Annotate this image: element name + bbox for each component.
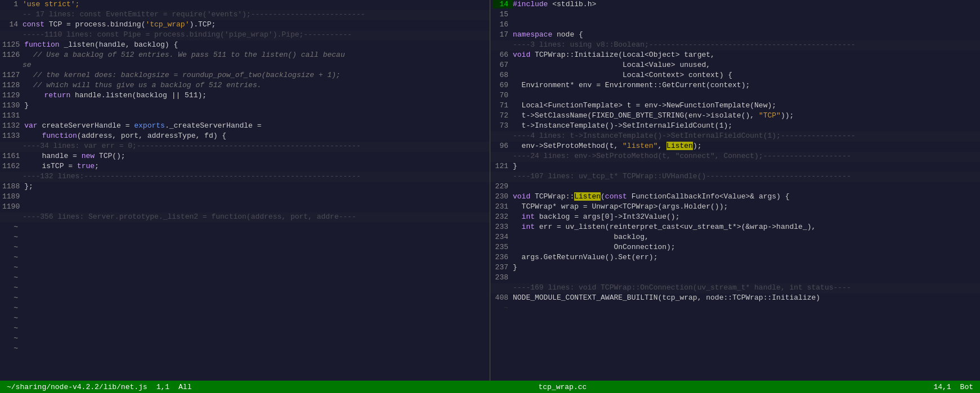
- tilde-line: ~: [0, 273, 490, 283]
- code-line: 1130 }: [0, 101, 490, 111]
- code-line: 96 env->SetProtoMethod(t, "listen", List…: [490, 142, 980, 152]
- code-line: 1188 };: [0, 182, 490, 192]
- code-line: 1133 function(address, port, addressType…: [0, 132, 490, 142]
- tilde-line: ~: [0, 263, 490, 273]
- editor-container: 1 'use strict'; -- 17 lines: const Event…: [0, 0, 980, 381]
- code-line: 234 backlog,: [490, 233, 980, 243]
- code-line: 238: [490, 273, 980, 283]
- tilde-line: ~: [0, 243, 490, 253]
- tilde-line: ~: [0, 253, 490, 263]
- code-line: 237 }: [490, 263, 980, 273]
- tilde-line: ~: [0, 314, 490, 324]
- code-line: 1132 var createServerHandle = exports._c…: [0, 121, 490, 132]
- fold-line: ----3 lines: using v8::Boolean;---------…: [490, 40, 980, 51]
- code-line: se: [0, 61, 490, 71]
- right-status-scroll: Bot: [956, 383, 978, 391]
- code-line: 236 args.GetReturnValue().Set(err);: [490, 253, 980, 263]
- code-line: 121 }: [490, 162, 980, 172]
- tilde-line: ~: [0, 223, 490, 233]
- tilde-line: ~: [490, 304, 980, 314]
- right-status-pos: 14,1: [929, 383, 955, 391]
- code-line: 15: [490, 10, 980, 20]
- code-line: 1161 handle = new TCP();: [0, 152, 490, 162]
- tilde-line: ~: [0, 293, 490, 304]
- code-line: 71 Local<FunctionTemplate> t = env->NewF…: [490, 101, 980, 111]
- code-line: 73 t->InstanceTemplate()->SetInternalFie…: [490, 121, 980, 132]
- fold-line: ----4 lines: t->InstanceTemplate()->SetI…: [490, 132, 980, 142]
- fold-line: ----132 lines:--------------------------…: [0, 172, 490, 182]
- code-line: 1162 isTCP = true;: [0, 162, 490, 172]
- code-line: 68 Local<Context> context) {: [490, 71, 980, 81]
- code-line: 232 int backlog = args[0]->Int32Value();: [490, 213, 980, 223]
- code-line: 69 Environment* env = Environment::GetCu…: [490, 81, 980, 91]
- tilde-line: ~: [0, 344, 490, 354]
- code-line: 229: [490, 182, 980, 192]
- left-status-file: ~/sharing/node-v4.2.2/lib/net.js: [2, 383, 152, 391]
- code-line: 1125 function _listen(handle, backlog) {: [0, 40, 490, 51]
- code-line: 1 'use strict';: [0, 0, 490, 10]
- fold-line: ----169 lines: void TCPWrap::OnConnectio…: [490, 283, 980, 293]
- tilde-line: ~: [0, 233, 490, 243]
- fold-line: ----356 lines: Server.prototype._listen2…: [0, 213, 490, 223]
- code-line: 1127 // the kernel does: backlogsize = r…: [0, 71, 490, 81]
- right-code-area[interactable]: 14 #include <stdlib.h> 15 16 17 namespac…: [490, 0, 980, 381]
- status-bar: ~/sharing/node-v4.2.2/lib/net.js 1,1 All…: [0, 381, 980, 393]
- code-line: 1128 // which will thus give us a backlo…: [0, 81, 490, 91]
- right-pane: 14 #include <stdlib.h> 15 16 17 namespac…: [490, 0, 980, 381]
- code-line: 67 Local<Value> unused,: [490, 61, 980, 71]
- left-status-pos: 1,1: [152, 383, 174, 391]
- tilde-line: ~: [0, 334, 490, 344]
- code-line: 70: [490, 91, 980, 101]
- left-status-scroll: All: [174, 383, 196, 391]
- code-line: 17 namespace node {: [490, 30, 980, 40]
- fold-line: ----34 lines: var err = 0;--------------…: [0, 142, 490, 152]
- fold-line: -----1110 lines: const Pipe = process.bi…: [0, 30, 490, 40]
- left-pane: 1 'use strict'; -- 17 lines: const Event…: [0, 0, 490, 381]
- code-line: 66 void TCPWrap::Initialize(Local<Object…: [490, 51, 980, 61]
- code-line: 1190: [0, 202, 490, 213]
- code-line: 1189: [0, 192, 490, 202]
- code-line: 230 void TCPWrap::Listen(const FunctionC…: [490, 192, 980, 202]
- left-code-area[interactable]: 1 'use strict'; -- 17 lines: const Event…: [0, 0, 490, 381]
- code-line: 16: [490, 20, 980, 30]
- fold-line: -- 17 lines: const EventEmitter = requir…: [0, 10, 490, 20]
- code-line: 408 NODE_MODULE_CONTEXT_AWARE_BUILTIN(tc…: [490, 293, 980, 304]
- tilde-line: ~: [0, 283, 490, 293]
- code-line: 1129 return handle.listen(backlog || 511…: [0, 91, 490, 101]
- fold-line: ----107 lines: uv_tcp_t* TCPWrap::UVHand…: [490, 172, 980, 182]
- right-status-file: tcp_wrap.cc: [534, 383, 592, 391]
- tilde-line: ~: [0, 304, 490, 314]
- tilde-line: ~: [0, 324, 490, 334]
- code-line: 233 int err = uv_listen(reinterpret_cast…: [490, 223, 980, 233]
- code-line: 14 #include <stdlib.h>: [490, 0, 980, 10]
- fold-line: ----24 lines: env->SetProtoMethod(t, "co…: [490, 152, 980, 162]
- code-line: 1126 // Use a backlog of 512 entries. We…: [0, 51, 490, 61]
- code-line: 72 t->SetClassName(FIXED_ONE_BYTE_STRING…: [490, 111, 980, 121]
- code-line: 1131: [0, 111, 490, 121]
- code-line: 231 TCPWrap* wrap = Unwrap<TCPWrap>(args…: [490, 202, 980, 213]
- code-line: 235 OnConnection);: [490, 243, 980, 253]
- code-line: 14 const TCP = process.binding('tcp_wrap…: [0, 20, 490, 30]
